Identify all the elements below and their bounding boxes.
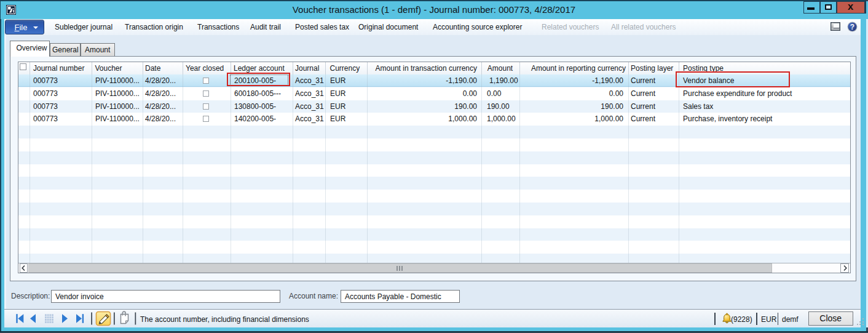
svg-text:?: ? (850, 23, 854, 31)
